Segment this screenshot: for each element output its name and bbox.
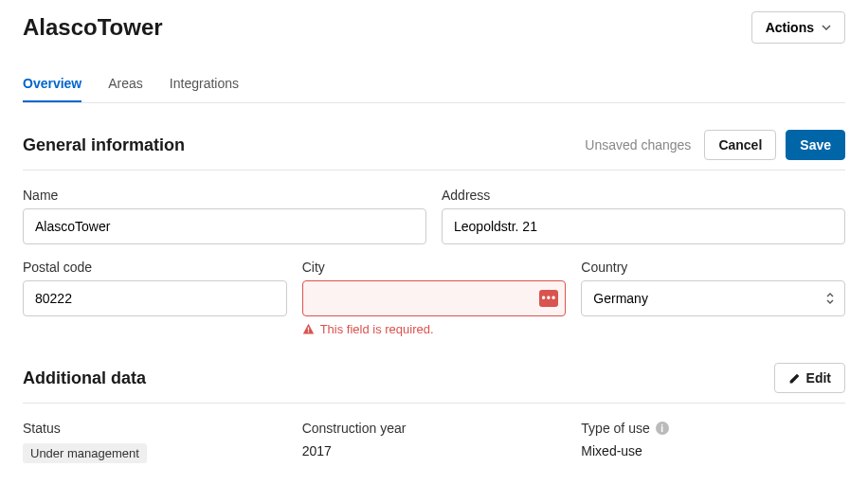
edit-button[interactable]: Edit	[774, 363, 845, 393]
general-section-title: General information	[23, 135, 185, 155]
name-input[interactable]	[23, 208, 426, 244]
type-of-use-label: Type of use	[581, 421, 649, 436]
name-label: Name	[23, 188, 426, 203]
svg-rect-1	[308, 332, 309, 332]
divider	[23, 170, 845, 171]
tab-integrations[interactable]: Integrations	[170, 66, 239, 102]
edit-button-label: Edit	[806, 370, 831, 386]
postal-input[interactable]	[23, 280, 287, 316]
field-city: City ••• This field is required.	[302, 260, 567, 336]
password-manager-icon[interactable]: •••	[539, 290, 558, 307]
city-input[interactable]	[302, 280, 567, 316]
tabs: Overview Areas Integrations	[23, 66, 845, 103]
type-of-use-value: Mixed-use	[581, 443, 845, 458]
year-value: 2017	[302, 443, 567, 458]
additional-section-title: Additional data	[23, 368, 146, 388]
svg-rect-0	[308, 327, 309, 330]
info-type-of-use: Type of use i Mixed-use	[581, 421, 845, 463]
divider	[23, 403, 845, 404]
city-label: City	[302, 260, 567, 275]
warning-icon	[302, 323, 315, 335]
cancel-button[interactable]: Cancel	[704, 130, 776, 160]
info-year: Construction year 2017	[302, 421, 567, 463]
status-badge: Under management	[23, 443, 147, 463]
actions-button[interactable]: Actions	[751, 11, 845, 44]
address-label: Address	[442, 188, 845, 203]
info-icon[interactable]: i	[656, 422, 669, 435]
city-error: This field is required.	[302, 322, 567, 336]
field-country: Country	[581, 260, 845, 336]
caret-down-icon	[822, 25, 831, 30]
status-label: Status	[23, 421, 287, 436]
address-input[interactable]	[442, 208, 845, 244]
postal-label: Postal code	[23, 260, 287, 275]
page-title: AlascoTower	[23, 14, 163, 41]
actions-button-label: Actions	[766, 20, 814, 35]
field-name: Name	[23, 188, 426, 244]
field-postal: Postal code	[23, 260, 287, 336]
year-label: Construction year	[302, 421, 567, 436]
tab-overview[interactable]: Overview	[23, 66, 81, 102]
field-address: Address	[442, 188, 845, 244]
pencil-icon	[788, 372, 801, 385]
country-label: Country	[581, 260, 845, 275]
unsaved-changes-text: Unsaved changes	[585, 137, 691, 153]
tab-areas[interactable]: Areas	[108, 66, 143, 102]
city-error-text: This field is required.	[320, 322, 434, 336]
info-status: Status Under management	[23, 421, 287, 463]
country-select[interactable]	[581, 280, 845, 316]
save-button[interactable]: Save	[786, 130, 845, 160]
